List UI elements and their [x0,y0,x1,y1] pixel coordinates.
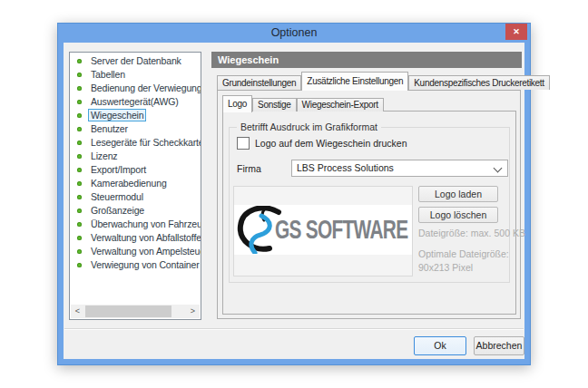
close-icon: ✕ [513,27,520,36]
firma-label: Firma [237,163,261,174]
sidebar-item-label: Steuermodul [88,190,146,203]
sidebar-item-kamerabedienung[interactable]: Kamerabedienung [70,177,201,190]
inner-tab-strip: Logo Sonstige Wiegeschein-Export [222,94,384,112]
tab-wiegeschein-export[interactable]: Wiegeschein-Export [297,98,384,112]
firma-combobox-value: LBS Process Solutions [297,162,394,173]
sidebar-item-label: Server der Datenbank [88,54,184,67]
sidebar-item-label: Verwaltung von Ampelsteuerung [88,245,201,257]
sidebar-item-label: Benutzer [88,122,131,135]
titlebar[interactable]: Optionen ✕ [58,24,530,43]
sidebar-item-bedienung-der-verwiegungen[interactable]: Bedienung der Verwiegungen [70,82,201,95]
scroll-left-icon[interactable]: < [71,305,84,318]
bullet-icon [77,86,82,91]
bullet-icon [77,73,82,77]
logo-preview-box: GS SOFTWARE [233,186,413,276]
bullet-icon [77,195,82,199]
sidebar-item-label: Verwiegung von Container [88,258,201,271]
groupbox-title: Betrifft Ausdruck im Grafikformat [237,121,381,132]
category-listbox: Server der Datenbank Tabellen Bedienung … [69,52,201,320]
sidebar-item-grossanzeige[interactable]: Großanzeige [70,204,201,218]
bullet-icon [77,154,82,159]
sidebar-item-export-import[interactable]: Export/Import [70,163,201,177]
sidebar-item-label: Bedienung der Verwiegungen [88,82,201,94]
bullet-icon [77,127,82,131]
sidebar-item-verwiegung-von-container[interactable]: Verwiegung von Container [70,258,201,272]
horizontal-scrollbar[interactable]: < > [71,305,200,318]
logo-load-button[interactable]: Logo laden [418,186,498,202]
sidebar-item-label: Überwachung von Fahrzeugaufstellur [88,218,201,230]
footer-separator [64,328,524,330]
bullet-icon [77,113,82,118]
tab-sonstige[interactable]: Sonstige [252,98,297,112]
chevron-down-icon [494,164,503,173]
sidebar-item-label: Großanzeige [88,204,147,217]
grafikformat-groupbox: Betrifft Ausdruck im Grafikformat Logo a… [229,127,510,283]
sidebar-item-label: Lizenz [88,150,120,162]
bullet-icon [77,249,82,254]
firma-combobox[interactable]: LBS Process Solutions [291,160,508,177]
filesize-hint: Dateigröße: max. 500 KB [418,228,525,238]
bullet-icon [77,59,82,63]
tab-zusaetzliche-einstellungen[interactable]: Zusätzliche Einstellungen [301,72,408,91]
bullet-icon [77,181,82,186]
sidebar-item-verwaltung-von-ampelsteuerung[interactable]: Verwaltung von Ampelsteuerung [70,245,201,258]
dialog-body: Server der Datenbank Tabellen Bedienung … [64,43,524,359]
sidebar-item-tabellen[interactable]: Tabellen [70,68,201,82]
logo-delete-button[interactable]: Logo löschen [418,207,498,223]
checkbox-label: Logo auf dem Wiegeschein drucken [255,138,407,149]
panel-header-label: Wiegeschein [218,54,279,65]
sidebar-item-wiegeschein[interactable]: Wiegeschein [70,109,201,122]
tab-kundenspezifisches-druckeretikett[interactable]: Kundenspezifisches Druckeretikett [408,75,550,90]
optimal-size-hint-label: Optimale Dateigröße: [418,248,509,259]
sidebar-item-verwaltung-von-abfallstoffen[interactable]: Verwaltung von Abfallstoffen [70,231,201,245]
bullet-icon [77,236,82,240]
checkbox-unchecked-icon[interactable] [237,137,250,150]
options-dialog: Optionen ✕ Server der Datenbank Tabellen… [57,23,531,365]
outer-tab-panel: Logo Sonstige Wiegeschein-Export Betriff… [217,90,521,319]
outer-tab-strip: Grundeinstellungen Zusätzliche Einstellu… [217,71,550,90]
panel-header: Wiegeschein [211,52,522,68]
logo-tab-panel: Betrifft Ausdruck im Grafikformat Logo a… [222,111,516,315]
bullet-icon [77,263,82,267]
sidebar-item-server-der-datenbank[interactable]: Server der Datenbank [70,54,201,68]
sidebar-item-steuermodul[interactable]: Steuermodul [70,190,201,204]
scroll-right-icon[interactable]: > [186,305,200,318]
logo-image: GS SOFTWARE [234,205,412,255]
scrollbar-thumb[interactable] [85,306,172,317]
sidebar-item-label: Export/Import [88,163,149,176]
sidebar-item-benutzer[interactable]: Benutzer [70,122,201,136]
ok-button[interactable]: Ok [414,336,466,355]
sidebar-item-ueberwachung-von-fahrzeugaufstellung[interactable]: Überwachung von Fahrzeugaufstellur [70,218,201,231]
tab-logo[interactable]: Logo [222,95,252,112]
sidebar-item-lesegeraete-fuer-scheckkarten[interactable]: Lesegeräte für Scheckkarten [70,136,201,150]
tab-grundeinstellungen[interactable]: Grundeinstellungen [217,75,301,90]
bullet-icon [77,222,82,227]
bullet-icon [77,100,82,104]
cancel-button[interactable]: Abbrechen [474,336,524,355]
window-title: Optionen [58,24,530,43]
sidebar-item-auswertegeraet-awg[interactable]: Auswertegerät(AWG) [70,95,201,109]
print-logo-checkbox-row[interactable]: Logo auf dem Wiegeschein drucken [237,137,407,150]
close-button[interactable]: ✕ [505,24,527,40]
bullet-icon [77,209,82,213]
optimal-size-hint-value: 90x213 Pixel [418,262,473,273]
sidebar-item-label: Lesegeräte für Scheckkarten [88,136,201,149]
sidebar-item-label: Auswertegerät(AWG) [88,95,181,108]
sidebar-item-label: Tabellen [88,68,128,81]
bullet-icon [77,141,82,145]
sidebar-item-label: Kamerabedienung [88,177,170,189]
logo-wordmark: GS SOFTWARE [275,215,407,245]
sidebar-item-label: Wiegeschein [88,109,146,121]
bullet-icon [77,168,82,172]
sidebar-item-label: Verwaltung von Abfallstoffen [88,231,201,244]
sidebar-item-lizenz[interactable]: Lizenz [70,150,201,163]
